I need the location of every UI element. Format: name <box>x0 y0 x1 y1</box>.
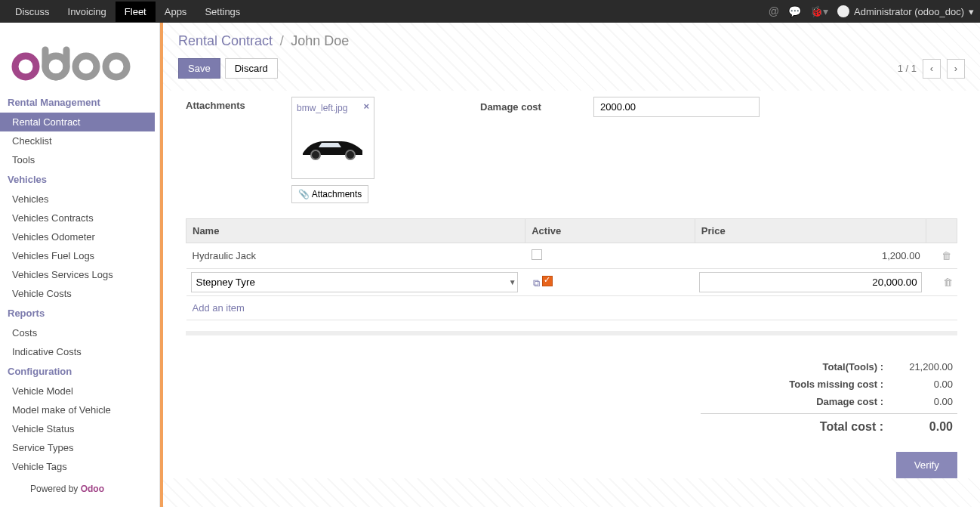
sidebar-item-vehicle-costs[interactable]: Vehicle Costs <box>0 284 155 303</box>
sidebar-item-vehicle-tags[interactable]: Vehicle Tags <box>0 457 155 476</box>
sidebar-item-costs[interactable]: Costs <box>0 323 155 342</box>
sidebar: Rental Management Rental Contract Checkl… <box>0 23 160 507</box>
totals: Total(Tools) :21,200.00 Tools missing co… <box>701 358 957 437</box>
attachment-thumbnail <box>297 121 369 174</box>
breadcrumb: Rental Contract / John Doe <box>163 23 980 51</box>
col-active: Active <box>525 219 695 243</box>
table-row[interactable]: ▼ ⧉ 🗑 <box>186 269 957 296</box>
bug-icon[interactable]: 🐞▾ <box>810 5 828 17</box>
attachment-filename: bmw_left.jpg <box>297 103 347 113</box>
row-name-input[interactable] <box>191 272 518 292</box>
grand-total-value: 0.00 <box>892 420 953 434</box>
missing-label: Tools missing cost : <box>705 379 892 390</box>
save-button[interactable]: Save <box>178 58 220 79</box>
damage-total-value: 0.00 <box>892 396 953 407</box>
chat-icon[interactable]: 💬 <box>788 5 801 17</box>
attachments-button[interactable]: 📎 Attachments <box>291 185 368 203</box>
row-name: Hydraulic Jack <box>186 243 525 269</box>
breadcrumb-current: John Doe <box>291 33 349 48</box>
avatar <box>837 5 849 17</box>
table-row[interactable]: Hydraulic Jack 1,200.00 🗑 <box>186 243 957 269</box>
user-name: Administrator (odoo_doc) <box>854 6 964 17</box>
sidebar-item-vehicles-fuel[interactable]: Vehicles Fuel Logs <box>0 246 155 265</box>
sidebar-item-vehicles-services[interactable]: Vehicles Services Logs <box>0 265 155 284</box>
pager-text: 1 / 1 <box>898 63 917 74</box>
sidebar-header-config[interactable]: Configuration <box>0 361 155 382</box>
sidebar-item-tools[interactable]: Tools <box>0 150 155 169</box>
menu-fleet[interactable]: Fleet <box>116 2 156 22</box>
svg-point-4 <box>311 150 320 159</box>
pager-prev[interactable]: ‹ <box>923 59 941 79</box>
logo <box>0 32 155 92</box>
dropdown-icon[interactable]: ▼ <box>509 278 516 286</box>
sidebar-header-reports[interactable]: Reports <box>0 303 155 323</box>
sidebar-item-service-types[interactable]: Service Types <box>0 438 155 457</box>
paperclip-icon: 📎 <box>298 189 310 199</box>
svg-point-1 <box>45 56 66 77</box>
top-menu: Discuss Invoicing Fleet Apps Settings <box>6 2 249 22</box>
damage-cost-label: Damage cost <box>480 97 593 113</box>
top-bar: Discuss Invoicing Fleet Apps Settings @ … <box>0 0 980 23</box>
items-table: Name Active Price Hydraulic Jack 1,200.0… <box>186 218 957 320</box>
discard-button[interactable]: Discard <box>225 58 278 79</box>
sidebar-item-vehicle-model[interactable]: Vehicle Model <box>0 382 155 400</box>
sidebar-item-indicative[interactable]: Indicative Costs <box>0 342 155 361</box>
delete-row-icon[interactable]: 🗑 <box>943 277 953 288</box>
sidebar-item-vehicles-odometer[interactable]: Vehicles Odometer <box>0 227 155 246</box>
row-active-checkbox[interactable] <box>532 249 542 260</box>
sidebar-item-vehicles[interactable]: Vehicles <box>0 190 155 209</box>
sidebar-item-vehicle-status[interactable]: Vehicle Status <box>0 419 155 438</box>
damage-cost-input[interactable] <box>593 97 760 117</box>
sidebar-header-vehicles[interactable]: Vehicles <box>0 169 155 190</box>
powered-by: Powered by Odoo <box>0 476 155 494</box>
row-active-checkbox[interactable] <box>542 276 553 286</box>
row-price-input[interactable] <box>699 272 921 292</box>
external-link-icon[interactable]: ⧉ <box>533 277 540 289</box>
sidebar-header-rental[interactable]: Rental Management <box>0 92 155 113</box>
menu-apps[interactable]: Apps <box>156 2 196 22</box>
damage-total-label: Damage cost : <box>705 396 892 407</box>
add-item-row[interactable]: Add an item <box>186 296 957 320</box>
delete-row-icon[interactable]: 🗑 <box>941 250 951 261</box>
menu-settings[interactable]: Settings <box>196 2 249 22</box>
sidebar-item-vehicles-contracts[interactable]: Vehicles Contracts <box>0 209 155 227</box>
user-menu[interactable]: Administrator (odoo_doc) ▾ <box>837 5 974 17</box>
svg-point-3 <box>106 56 127 77</box>
col-name: Name <box>186 219 525 243</box>
col-price: Price <box>695 219 926 243</box>
main: Rental Contract / John Doe Save Discard … <box>160 23 980 507</box>
svg-point-5 <box>346 150 355 159</box>
menu-discuss[interactable]: Discuss <box>6 2 59 22</box>
pager-next[interactable]: › <box>947 59 965 79</box>
grand-total-label: Total cost : <box>705 420 892 434</box>
attachment-delete-icon[interactable]: × <box>363 100 369 112</box>
svg-point-2 <box>76 56 97 77</box>
row-price: 1,200.00 <box>695 243 926 269</box>
menu-invoicing[interactable]: Invoicing <box>59 2 116 22</box>
chevron-down-icon: ▾ <box>969 6 974 17</box>
attachment-tile[interactable]: bmw_left.jpg × <box>291 97 374 179</box>
sidebar-item-rental-contract[interactable]: Rental Contract <box>0 113 155 131</box>
attachments-label: Attachments <box>186 97 291 111</box>
svg-point-0 <box>15 56 36 77</box>
missing-value: 0.00 <box>892 379 953 390</box>
verify-button[interactable]: Verify <box>896 452 957 478</box>
total-tools-label: Total(Tools) : <box>705 361 892 373</box>
odoo-link[interactable]: Odoo <box>81 484 104 494</box>
sidebar-item-model-make[interactable]: Model make of Vehicle <box>0 400 155 419</box>
at-icon[interactable]: @ <box>769 5 779 17</box>
sidebar-item-checklist[interactable]: Checklist <box>0 131 155 150</box>
total-tools-value: 21,200.00 <box>892 361 953 373</box>
breadcrumb-root[interactable]: Rental Contract <box>178 33 273 48</box>
